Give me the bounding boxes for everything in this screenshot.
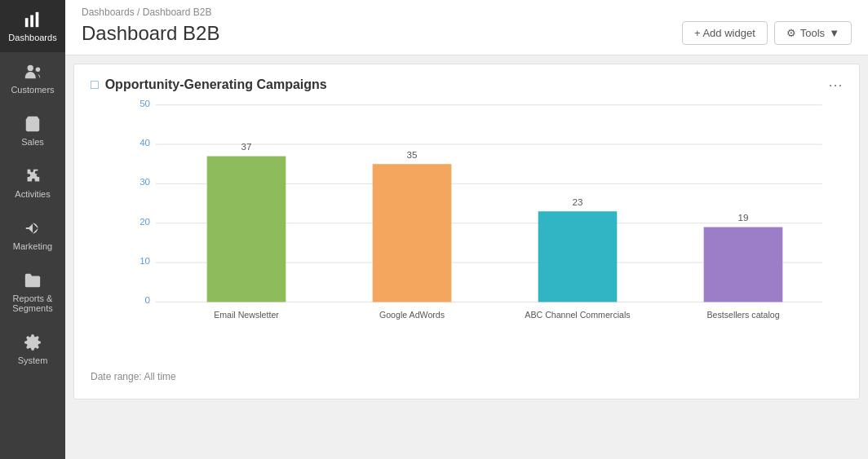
svg-text:20: 20 — [140, 216, 150, 227]
svg-text:37: 37 — [241, 141, 252, 152]
tools-button[interactable]: ⚙ Tools ▼ — [774, 21, 852, 45]
tools-label: Tools — [800, 27, 825, 39]
sidebar-item-label: Sales — [21, 137, 44, 147]
svg-point-3 — [28, 65, 33, 71]
sidebar-item-label: Customers — [11, 85, 54, 95]
svg-text:50: 50 — [140, 99, 150, 108]
sidebar: Dashboards Customers Sales Activities — [0, 0, 65, 459]
widget-menu-button[interactable]: ⋯ — [828, 77, 843, 92]
svg-text:Google AdWords: Google AdWords — [379, 310, 445, 320]
svg-text:19: 19 — [738, 212, 749, 223]
sidebar-item-marketing[interactable]: Marketing — [0, 209, 65, 261]
svg-text:23: 23 — [573, 196, 583, 207]
megaphone-icon — [21, 218, 44, 238]
breadcrumb-parent[interactable]: Dashboards — [82, 7, 135, 18]
bar-abc-channel — [538, 211, 618, 302]
svg-text:35: 35 — [407, 149, 418, 160]
puzzle-icon — [21, 166, 44, 186]
breadcrumb: Dashboards / Dashboard B2B — [82, 7, 852, 18]
folder-icon — [21, 271, 44, 290]
main-content: Dashboards / Dashboard B2B Dashboard B2B… — [65, 0, 868, 459]
sidebar-item-dashboards[interactable]: Dashboards — [0, 0, 65, 52]
bar-google-adwords — [373, 164, 452, 302]
header-row: Dashboard B2B + Add widget ⚙ Tools ▼ — [82, 21, 852, 45]
add-widget-button[interactable]: + Add widget — [682, 21, 768, 45]
svg-text:Email Newsletter: Email Newsletter — [214, 310, 279, 320]
widget-title-row: □ Opportunity-Generating Campaigns — [91, 77, 327, 92]
breadcrumb-separator: / — [137, 7, 140, 18]
content-area: □ Opportunity-Generating Campaigns ⋯ 50 … — [65, 55, 868, 459]
svg-text:ABC Channel Commercials: ABC Channel Commercials — [525, 310, 630, 320]
chart-area: 50 40 30 20 10 0 37 — [91, 99, 843, 368]
breadcrumb-current: Dashboard B2B — [143, 7, 212, 18]
svg-text:40: 40 — [140, 137, 150, 148]
sidebar-item-sales[interactable]: Sales — [0, 104, 65, 157]
svg-rect-1 — [30, 15, 33, 28]
bar-chart-icon — [21, 10, 44, 29]
gear-icon — [21, 333, 44, 352]
sidebar-item-reports[interactable]: Reports & Segments — [0, 261, 65, 323]
bar-chart-svg: 50 40 30 20 10 0 37 — [123, 99, 843, 335]
widget-title: Opportunity-Generating Campaigns — [105, 77, 327, 92]
sidebar-item-label: System — [18, 355, 48, 365]
svg-text:10: 10 — [140, 255, 150, 266]
sidebar-item-label: Activities — [15, 189, 50, 199]
sidebar-item-customers[interactable]: Customers — [0, 52, 65, 104]
bar-bestsellers — [704, 227, 783, 302]
sidebar-item-label: Reports & Segments — [3, 293, 62, 313]
collapse-icon[interactable]: □ — [91, 77, 99, 92]
page-title: Dashboard B2B — [82, 22, 219, 45]
sidebar-item-label: Marketing — [13, 241, 52, 251]
header-actions: + Add widget ⚙ Tools ▼ — [682, 21, 852, 45]
widget-header: □ Opportunity-Generating Campaigns ⋯ — [91, 77, 843, 92]
sidebar-item-activities[interactable]: Activities — [0, 157, 65, 209]
svg-text:30: 30 — [140, 176, 150, 187]
svg-text:0: 0 — [145, 294, 150, 305]
svg-text:Bestsellers catalog: Bestsellers catalog — [706, 310, 779, 320]
sidebar-item-system[interactable]: System — [0, 323, 65, 375]
cart-icon — [21, 114, 44, 134]
widget-card: □ Opportunity-Generating Campaigns ⋯ 50 … — [73, 64, 860, 399]
date-range: Date range: All time — [91, 371, 843, 382]
page-header: Dashboards / Dashboard B2B Dashboard B2B… — [65, 0, 868, 55]
sidebar-item-label: Dashboards — [8, 33, 56, 42]
gear-icon: ⚙ — [786, 27, 796, 39]
svg-rect-2 — [36, 12, 39, 27]
bar-email-newsletter — [207, 157, 286, 302]
chevron-down-icon: ▼ — [829, 27, 839, 39]
svg-point-4 — [36, 68, 41, 73]
svg-rect-0 — [25, 18, 29, 27]
users-icon — [21, 62, 44, 82]
